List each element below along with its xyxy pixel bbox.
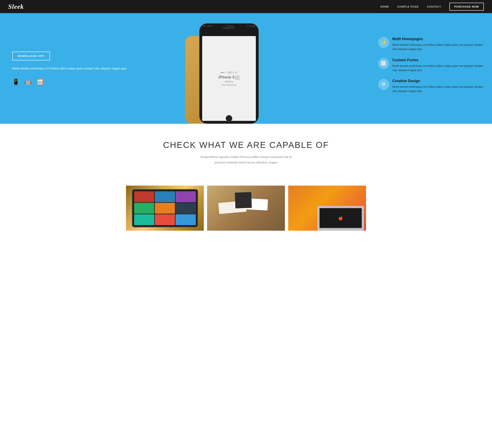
feature-creative-design: ⚙ Creative Design Morbi laoreet sceleris…: [378, 79, 486, 93]
hero-phone-mockup: ●●○○ BELL ≋ 4:21 PM ✦ 100% ▬ ●●○○ BELL ≋…: [187, 13, 374, 124]
tablet-cell-9: [175, 214, 196, 225]
tablet-cell-4: [134, 203, 154, 214]
stationery-items: [219, 192, 273, 224]
multi-homepages-title: Multi Homepages: [392, 37, 486, 41]
laptop-shape: 🍎: [317, 206, 364, 231]
phone-mockup-label: MockUp: [225, 80, 233, 83]
creative-design-icon: ⚙: [378, 79, 389, 90]
carrier-label: ●●○○ BELL ≋: [203, 25, 213, 27]
capabilities-subtext: Suspendisse egestas mattis rhoncus pelle…: [8, 154, 484, 165]
multi-homepages-icon: ✨: [378, 37, 389, 48]
laptop-screen: 🍎: [319, 208, 361, 228]
gallery-item-tablet: [126, 186, 204, 231]
phone-screen: ●●○○ BELL ≋ iPhone 5S MockUp Free Resour…: [202, 36, 256, 121]
custom-forms-icon: ⬜: [378, 58, 389, 69]
feature-multi-homepages: ✨ Multi Homepages Morbi laoreet sceleris…: [378, 37, 486, 51]
feature-custom-forms: ⬜ Custom Forms Morbi laoreet scelerisque…: [378, 58, 486, 72]
android-icon: 🤖: [24, 79, 31, 85]
platform-icons: 📱 🤖 🪟: [12, 79, 177, 85]
hero-description: Morbi laoreet scelerisque orci finibus u…: [12, 66, 177, 71]
navbar: Sleek HOME SAMPLE PAGE CONTACT PURCHASE …: [0, 0, 492, 13]
nav-links: HOME SAMPLE PAGE CONTACT PURCHASE NOW: [380, 3, 484, 11]
phone-model-text: iPhone 5S: [219, 75, 239, 80]
person-image: 🍎: [288, 186, 366, 231]
tablet-image: [126, 186, 204, 231]
download-app-button[interactable]: DOWNLOAD APP: [12, 52, 50, 61]
tablet-cell-5: [155, 203, 175, 214]
creative-design-title: Creative Design: [392, 79, 486, 83]
capabilities-section: CHECK WHAT WE ARE CAPABLE OF Suspendisse…: [0, 124, 492, 177]
stationery-image: [207, 186, 285, 231]
nav-link-home[interactable]: HOME: [380, 5, 389, 8]
apple-logo-icon: 🍎: [338, 216, 343, 221]
phone-status-bar: ●●○○ BELL ≋ 4:21 PM ✦ 100% ▬: [203, 25, 255, 27]
tablet-cell-6: [175, 203, 196, 214]
phone-front: ●●○○ BELL ≋ 4:21 PM ✦ 100% ▬ ●●○○ BELL ≋…: [199, 23, 259, 124]
tablet-cell-8: [155, 214, 175, 225]
custom-forms-title: Custom Forms: [392, 58, 486, 62]
gallery-item-person: 🍎: [288, 186, 366, 231]
stat-card-3: [235, 192, 252, 209]
gallery-item-stationery: [207, 186, 285, 231]
time-label: 4:21 PM: [227, 25, 233, 27]
tablet-cell-2: [155, 191, 175, 202]
tablet-cell-3: [175, 191, 196, 202]
phone-notch: [223, 27, 235, 29]
logo[interactable]: Sleek: [8, 3, 24, 10]
phone-resource-label: Free Resource: [221, 84, 236, 86]
hero-left: DOWNLOAD APP Morbi laoreet scelerisque o…: [0, 13, 187, 124]
phone-home-button: [226, 115, 232, 122]
hero-right: ✨ Multi Homepages Morbi laoreet sceleris…: [374, 13, 492, 124]
multi-homepages-desc: Morbi laoreet scelerisque orci finibus u…: [392, 43, 486, 51]
purchase-button[interactable]: PURCHASE NOW: [449, 3, 484, 11]
capabilities-heading: CHECK WHAT WE ARE CAPABLE OF: [8, 140, 484, 150]
tablet-cell-7: [134, 214, 154, 225]
tablet-cell-1: [134, 191, 154, 202]
battery-label: ✦ 100% ▬: [247, 25, 255, 27]
custom-forms-desc: Morbi laoreet scelerisque orci finibus u…: [392, 64, 486, 72]
tablet-shape: [132, 189, 198, 227]
gallery-section: 🍎: [0, 177, 492, 231]
creative-design-desc: Morbi laoreet scelerisque orci finibus u…: [392, 85, 486, 93]
nav-link-sample[interactable]: SAMPLE PAGE: [397, 5, 419, 8]
ios-icon: 📱: [12, 79, 20, 85]
hero-section: DOWNLOAD APP Morbi laoreet scelerisque o…: [0, 13, 492, 124]
windows-icon: 🪟: [36, 79, 44, 85]
nav-link-contact[interactable]: CONTACT: [427, 5, 441, 8]
